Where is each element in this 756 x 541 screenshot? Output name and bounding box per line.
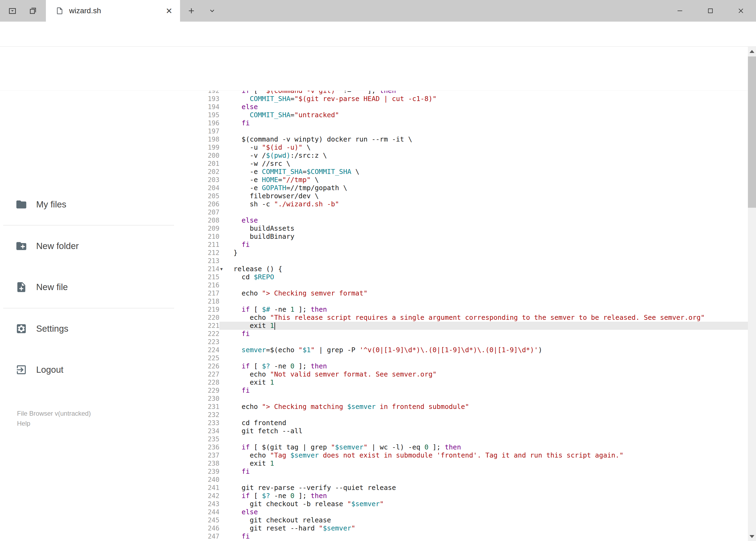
code-line[interactable]: 212} [202,249,748,257]
code-line[interactable]: 226 if [ $? -ne 0 ]; then [202,362,748,370]
code-line[interactable]: 246 git reset --hard "$semver" [202,524,748,532]
code-line[interactable]: 236 if [ $(git tag | grep "$semver" | wc… [202,443,748,451]
code-line[interactable]: 231 echo "> Checking matching $semver in… [202,403,748,411]
new-tab-button[interactable] [181,0,202,22]
code-line[interactable]: 203 -e HOME="//tmp" \ [202,176,748,184]
code-line[interactable]: 215 cd $REPO [202,273,748,281]
code-line[interactable]: 245 git checkout release [202,516,748,524]
code-line[interactable]: 216 [202,281,748,289]
tab-preview-button[interactable] [2,0,23,22]
code-line[interactable]: 247 fi [202,532,748,540]
code-line[interactable]: 209 buildAssets [202,225,748,233]
code-line[interactable]: 238 exit 1 [202,459,748,467]
tab-close-icon[interactable]: ✕ [166,6,172,16]
code-text: echo "> Checking semver format" [219,289,748,297]
code-line[interactable]: 200 -v /$(pwd):/src:z \ [202,152,748,160]
code-line[interactable]: 214▾release () { [202,265,748,273]
line-number: 246 [202,524,219,532]
code-line[interactable]: 197 [202,127,748,135]
code-text [219,476,748,484]
scroll-up-button[interactable] [748,47,756,56]
close-button[interactable] [725,0,756,22]
code-line[interactable]: 237 echo "Tag $semver does not exist in … [202,451,748,459]
code-text [219,395,748,403]
code-line[interactable]: 202 -e COMMIT_SHA=$COMMIT_SHA \ [202,168,748,176]
line-number: 205 [202,192,219,200]
minimize-button[interactable] [664,0,695,22]
scroll-up-icon [750,50,754,53]
code-line[interactable]: 196 fi [202,119,748,127]
code-line[interactable]: 223 [202,338,748,346]
scrollbar-thumb[interactable] [748,56,756,208]
set-tabs-aside-button[interactable] [23,0,43,22]
line-number: 243 [202,500,219,508]
code-line[interactable]: 217 echo "> Checking semver format" [202,289,748,297]
code-line[interactable]: 220 echo "This release script requires a… [202,313,748,322]
code-line[interactable]: 210 buildBinary [202,233,748,241]
code-line[interactable]: 218 [202,297,748,305]
code-text: git checkout -b release "$semver" [219,500,748,508]
line-number: 219 [202,305,219,313]
line-number: 241 [202,484,219,492]
maximize-button[interactable] [695,0,725,22]
code-line[interactable]: 244 else [202,508,748,516]
code-line[interactable]: 243 git checkout -b release "$semver" [202,500,748,508]
code-line[interactable]: 222 fi [202,330,748,338]
code-line[interactable]: 195 COMMIT_SHA="untracked" [202,111,748,119]
code-line[interactable]: 193 COMMIT_SHA="$(git rev-parse HEAD | c… [202,95,748,103]
code-line[interactable]: 194 else [202,103,748,111]
sidebar-item-my-files[interactable]: My files [0,192,202,217]
code-line[interactable]: 227 echo "Not valid semver format. See s… [202,370,748,378]
scroll-down-button[interactable] [748,532,756,541]
line-number: 238 [202,459,219,467]
code-line[interactable]: 205 filebrowser/dev \ [202,192,748,200]
code-line[interactable]: 233 cd frontend [202,419,748,427]
code-line[interactable]: 224 semver=$(echo "$1" | grep -P '^v(0|[… [202,346,748,354]
code-line[interactable]: 198 $(command -v winpty) docker run --rm… [202,135,748,144]
code-text: echo "> Checking matching $semver in fro… [219,403,748,411]
code-line[interactable]: 230 [202,395,748,403]
code-text: git checkout release [219,516,748,524]
code-line[interactable]: 208 else [202,216,748,225]
maximize-icon [707,7,714,14]
code-line[interactable]: 239 fi [202,467,748,476]
help-link[interactable]: Help [17,418,91,428]
code-text: $(command -v winpty) docker run --rm -it… [219,135,748,144]
code-line[interactable]: 204 -e GOPATH=//tmp/gopath \ [202,184,748,192]
browser-tab[interactable]: wizard.sh ✕ [46,0,180,22]
code-line[interactable]: 221 exit 1 [202,322,748,330]
code-line[interactable]: 240 [202,476,748,484]
fold-marker-icon[interactable]: ▾ [220,265,228,273]
vertical-scrollbar[interactable] [748,47,756,541]
code-line[interactable]: 241 git rev-parse --verify --quiet relea… [202,484,748,492]
code-text: if [ $(git tag | grep "$semver" | wc -l)… [219,443,748,451]
code-line[interactable]: 228 exit 1 [202,378,748,386]
code-text: exit 1 [219,322,748,330]
sidebar-item-new-file[interactable]: New file [0,275,202,299]
line-number: 240 [202,476,219,484]
code-line[interactable]: 242 if [ $? -ne 0 ]; then [202,492,748,500]
code-line[interactable]: 219 if [ $# -ne 1 ]; then [202,305,748,313]
code-line[interactable]: 213 [202,257,748,265]
code-line[interactable]: 199 -u "$(id -u)" \ [202,144,748,152]
code-line[interactable]: 234 git fetch --all [202,427,748,435]
code-line[interactable]: 211 fi [202,241,748,249]
code-line[interactable]: 232 [202,411,748,419]
tab-list-button[interactable] [202,0,222,22]
sidebar-item-logout[interactable]: Logout [0,357,202,382]
sidebar-item-new-folder[interactable]: New folder [0,234,202,258]
line-number: 200 [202,152,219,160]
code-line[interactable]: 235 [202,435,748,443]
tab-bar: wizard.sh ✕ [0,0,756,22]
code-line[interactable]: 207 [202,208,748,216]
line-number: 208 [202,216,219,225]
code-text: echo "This release script requires a sin… [219,313,748,322]
code-line[interactable]: 192 if [ "$(command -v git)" != "" ]; th… [202,91,748,95]
code-line[interactable]: 225 [202,354,748,362]
code-line[interactable]: 201 -w //src \ [202,160,748,168]
sidebar-item-settings[interactable]: Settings [0,316,202,341]
scroll-down-icon [750,535,754,538]
code-editor[interactable]: 192 if [ "$(command -v git)" != "" ]; th… [202,91,748,541]
code-line[interactable]: 206 sh -c "./wizard.sh -b" [202,200,748,208]
code-line[interactable]: 229 fi [202,386,748,395]
